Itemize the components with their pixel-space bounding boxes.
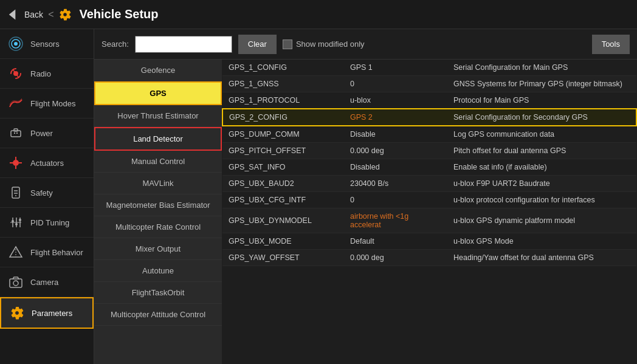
gear-icon <box>58 8 72 21</box>
nav-item-magnetometer[interactable]: Magnetometer Bias Estimator <box>94 194 222 216</box>
svg-point-1 <box>14 42 18 46</box>
table-row[interactable]: GPS_1_CONFIGGPS 1Serial Configuration fo… <box>222 60 636 76</box>
param-description: Heading/Yaw offset for dual antenna GPS <box>447 250 636 266</box>
table-row[interactable]: GPS_SAT_INFODisabledEnable sat info (if … <box>222 159 636 176</box>
param-description: GNSS Systems for Primary GPS (integer bi… <box>447 76 636 92</box>
show-modified-label: Show modified only <box>296 39 365 49</box>
show-modified-checkbox[interactable] <box>283 39 292 49</box>
nav-item-land-detector[interactable]: Land Detector <box>94 127 222 151</box>
table-row[interactable]: GPS_1_GNSS0GNSS Systems for Primary GPS … <box>222 76 636 92</box>
table-row[interactable]: GPS_UBX_CFG_INTF0u-blox protocol configu… <box>222 192 636 208</box>
svg-rect-6 <box>14 129 18 131</box>
sidebar-item-parameters[interactable]: Parameters <box>0 297 94 329</box>
svg-point-9 <box>13 160 19 166</box>
pid-label: PID Tuning <box>30 218 69 227</box>
sensor-icon <box>7 35 24 52</box>
param-description: Log GPS communication data <box>447 126 636 143</box>
svg-rect-27 <box>10 279 22 287</box>
param-name: GPS_1_CONFIG <box>222 60 344 76</box>
nav-item-multicopter-rate[interactable]: Multicopter Rate Control <box>94 216 222 238</box>
nav-item-multicopter-attitude[interactable]: Multicopter Attitude Control <box>94 304 222 326</box>
param-value[interactable]: GPS 1 <box>344 60 447 76</box>
param-name: GPS_DUMP_COMM <box>222 126 344 143</box>
sidebar-item-flight-behavior[interactable]: Flight Behavior <box>0 238 94 267</box>
sidebar-item-pid-tuning[interactable]: PID Tuning <box>0 208 94 238</box>
params-table: GPS_1_CONFIGGPS 1Serial Configuration fo… <box>222 60 637 266</box>
app-header: Back < Vehicle Setup <box>0 0 637 29</box>
table-row[interactable]: GPS_2_CONFIGGPS 2Serial Configuration fo… <box>222 109 636 126</box>
sidebar-item-radio[interactable]: Radio <box>0 59 94 89</box>
param-value[interactable]: 0.000 deg <box>344 250 447 266</box>
param-description: Serial Configuration for Main GPS <box>447 60 636 76</box>
params-panel: GPS_1_CONFIGGPS 1Serial Configuration fo… <box>222 60 637 364</box>
power-label: Power <box>30 129 53 138</box>
sidebar-item-camera[interactable]: Camera <box>0 267 94 297</box>
param-value[interactable]: Disable <box>344 126 447 143</box>
param-name: GPS_UBX_DYNMODEL <box>222 208 344 233</box>
sidebar-item-flight-modes[interactable]: Flight Modes <box>0 89 94 118</box>
flight-behavior-icon <box>7 244 24 261</box>
content-area: Search: Clear Show modified only Tools G… <box>94 29 637 364</box>
nav-item-geofence[interactable]: Geofence <box>94 60 222 81</box>
nav-item-mixer-output[interactable]: Mixer Output <box>94 238 222 260</box>
flight-modes-label: Flight Modes <box>30 99 75 108</box>
param-description: Enable sat info (if available) <box>447 159 636 176</box>
param-value[interactable]: 0 <box>344 76 447 92</box>
nav-item-gps[interactable]: GPS <box>94 81 222 105</box>
svg-point-23 <box>15 223 18 225</box>
svg-marker-0 <box>10 10 15 18</box>
param-value[interactable]: 0.000 deg <box>344 143 447 159</box>
nav-item-flighttaskorbit[interactable]: FlightTaskOrbit <box>94 282 222 304</box>
param-value[interactable]: Default <box>344 233 447 250</box>
param-name: GPS_2_CONFIG <box>222 109 344 126</box>
param-description: u-blox F9P UART2 Baudrate <box>447 176 636 192</box>
table-row[interactable]: GPS_YAW_OFFSET0.000 degHeading/Yaw offse… <box>222 250 636 266</box>
table-row[interactable]: GPS_UBX_BAUD2230400 B/su-blox F9P UART2 … <box>222 176 636 192</box>
table-row[interactable]: GPS_DUMP_COMMDisableLog GPS communicatio… <box>222 126 636 143</box>
sidebar-item-sensors[interactable]: Sensors <box>0 29 94 59</box>
svg-point-22 <box>12 220 14 222</box>
safety-icon <box>7 184 24 201</box>
show-modified-container: Show modified only <box>283 39 365 49</box>
flight-behavior-label: Flight Behavior <box>30 248 83 257</box>
tools-button[interactable]: Tools <box>592 35 630 54</box>
table-row[interactable]: GPS_UBX_DYNMODELairborne with <1g accele… <box>222 208 636 233</box>
param-value[interactable]: airborne with <1g accelerat <box>344 208 447 233</box>
param-name: GPS_PITCH_OFFSET <box>222 143 344 159</box>
sidebar: Sensors Radio Flight Modes <box>0 29 94 364</box>
svg-point-24 <box>19 219 21 221</box>
param-name: GPS_UBX_MODE <box>222 233 344 250</box>
clear-button[interactable]: Clear <box>238 35 277 54</box>
back-button[interactable]: Back <box>24 10 43 19</box>
svg-point-28 <box>13 281 18 286</box>
parameters-icon <box>9 304 26 321</box>
param-name: GPS_UBX_BAUD2 <box>222 176 344 192</box>
table-row[interactable]: GPS_PITCH_OFFSET0.000 degPitch offset fo… <box>222 143 636 159</box>
back-arrow-icon <box>7 9 19 21</box>
param-value[interactable]: Disabled <box>344 159 447 176</box>
camera-label: Camera <box>30 278 58 287</box>
sensors-label: Sensors <box>30 39 60 49</box>
param-value[interactable]: 0 <box>344 192 447 208</box>
search-input[interactable] <box>135 36 232 53</box>
sidebar-item-safety[interactable]: Safety <box>0 178 94 208</box>
table-row[interactable]: GPS_UBX_MODEDefaultu-blox GPS Mode <box>222 233 636 250</box>
nav-item-autotune[interactable]: Autotune <box>94 260 222 282</box>
param-value[interactable]: 230400 B/s <box>344 176 447 192</box>
nav-item-mavlink[interactable]: MAVLink <box>94 173 222 194</box>
sidebar-item-actuators[interactable]: Actuators <box>0 148 94 178</box>
param-description: Serial Configuration for Secondary GPS <box>447 109 636 126</box>
main-layout: Sensors Radio Flight Modes <box>0 29 637 364</box>
param-value[interactable]: GPS 2 <box>344 109 447 126</box>
nav-item-hover-thrust[interactable]: Hover Thrust Estimator <box>94 105 222 127</box>
svg-point-17 <box>15 195 16 196</box>
nav-item-manual-control[interactable]: Manual Control <box>94 151 222 173</box>
search-label: Search: <box>102 39 129 49</box>
camera-icon <box>7 273 24 290</box>
power-icon <box>7 125 24 142</box>
sidebar-item-power[interactable]: Power <box>0 118 94 148</box>
param-description: Protocol for Main GPS <box>447 92 636 109</box>
radio-icon <box>7 65 24 82</box>
param-value[interactable]: u-blox <box>344 92 447 109</box>
table-row[interactable]: GPS_1_PROTOCOLu-bloxProtocol for Main GP… <box>222 92 636 109</box>
